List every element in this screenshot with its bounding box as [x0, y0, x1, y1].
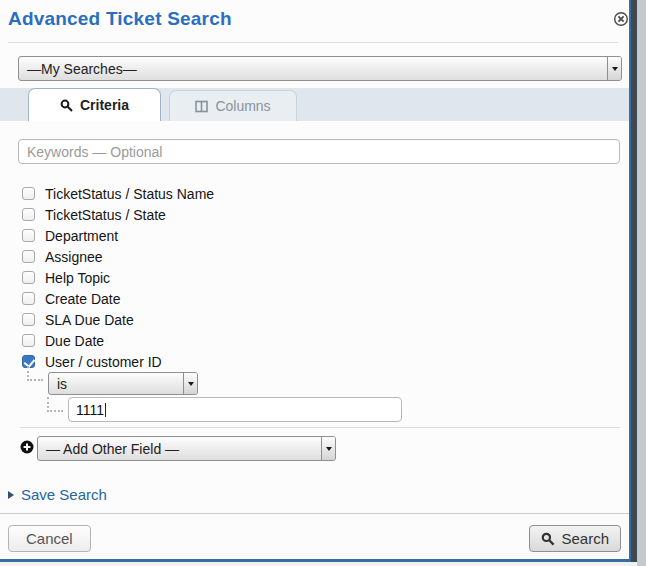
tab-criteria-label: Criteria: [80, 97, 129, 113]
criteria-row-create-date[interactable]: Create Date: [0, 288, 629, 309]
section-divider: [20, 427, 620, 428]
tree-connector: [47, 397, 63, 412]
chevron-down-icon: [607, 57, 621, 80]
search-button[interactable]: Search: [529, 525, 621, 552]
checkbox-icon[interactable]: [22, 229, 35, 242]
criteria-row-department[interactable]: Department: [0, 225, 629, 246]
criteria-row-user-customer-id[interactable]: User / customer ID: [0, 351, 629, 372]
checkbox-icon[interactable]: [22, 292, 35, 305]
add-other-field-selected-value: — Add Other Field —: [38, 441, 321, 457]
tab-columns[interactable]: Columns: [169, 90, 297, 121]
page-right-edge: [637, 0, 646, 566]
text-cursor: [105, 403, 106, 417]
tree-connector: [27, 366, 43, 381]
criteria-row-ticketstatus-state[interactable]: TicketStatus / State: [0, 204, 629, 225]
save-search-link[interactable]: Save Search: [8, 486, 107, 503]
criteria-row-sla-due-date[interactable]: SLA Due Date: [0, 309, 629, 330]
triangle-right-icon: [8, 491, 14, 499]
close-icon[interactable]: [613, 11, 629, 27]
operator-select[interactable]: is: [48, 372, 198, 395]
tab-columns-label: Columns: [215, 98, 270, 114]
criterion-value-input[interactable]: 1111: [68, 397, 402, 422]
magnifier-icon: [60, 99, 73, 112]
magnifier-icon: [541, 532, 555, 546]
criteria-row-ticketstatus-status-name[interactable]: TicketStatus / Status Name: [0, 183, 629, 204]
footer-divider: [0, 513, 629, 514]
chevron-down-icon: [183, 373, 197, 394]
my-searches-selected-value: —My Searches—: [19, 61, 607, 77]
columns-icon: [195, 100, 208, 113]
checkbox-icon[interactable]: [22, 208, 35, 221]
checkbox-icon[interactable]: [22, 313, 35, 326]
criteria-row-assignee[interactable]: Assignee: [0, 246, 629, 267]
criteria-row-due-date[interactable]: Due Date: [0, 330, 629, 351]
cancel-button[interactable]: Cancel: [8, 525, 91, 552]
criteria-field-list: TicketStatus / Status Name TicketStatus …: [0, 183, 629, 372]
keywords-input[interactable]: [18, 139, 620, 164]
criteria-row-help-topic[interactable]: Help Topic: [0, 267, 629, 288]
chevron-down-icon: [321, 437, 335, 460]
checkbox-icon[interactable]: [22, 187, 35, 200]
operator-selected-value: is: [49, 376, 183, 392]
tab-criteria[interactable]: Criteria: [28, 88, 161, 121]
plus-circle-icon[interactable]: [20, 440, 34, 454]
advanced-ticket-search-dialog: Advanced Ticket Search —My Searches— Cri: [0, 0, 631, 562]
criterion-value-text: 1111: [76, 402, 104, 418]
dialog-title: Advanced Ticket Search: [8, 8, 232, 30]
checkbox-icon[interactable]: [22, 271, 35, 284]
search-button-label: Search: [561, 530, 609, 547]
add-other-field-select[interactable]: — Add Other Field —: [37, 436, 336, 461]
my-searches-select[interactable]: —My Searches—: [18, 56, 622, 81]
checkbox-icon[interactable]: [22, 334, 35, 347]
tab-strip: Criteria Columns: [0, 88, 629, 121]
cancel-button-label: Cancel: [26, 530, 73, 547]
save-search-label: Save Search: [21, 486, 107, 503]
checkbox-icon[interactable]: [22, 250, 35, 263]
page-background: Advanced Ticket Search —My Searches— Cri: [0, 0, 646, 566]
dialog-shadow: [631, 0, 637, 562]
title-divider: [8, 42, 618, 43]
